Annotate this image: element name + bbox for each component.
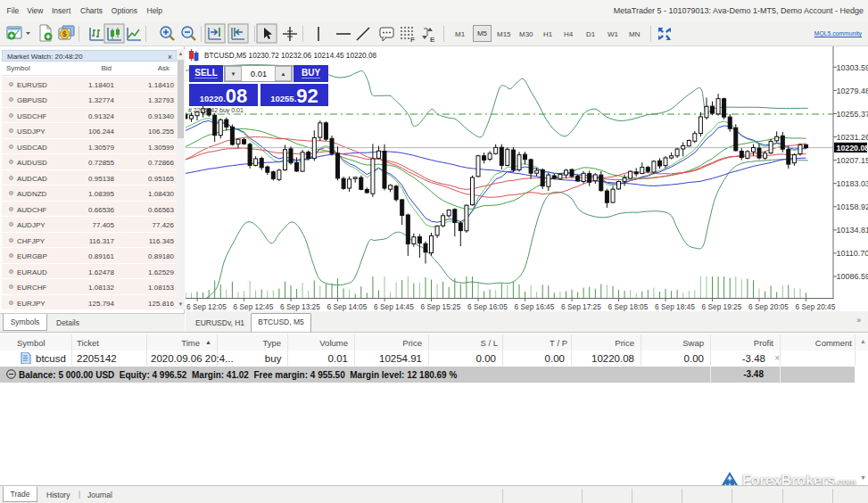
svg-text:6 Sep 14:05: 6 Sep 14:05 [327, 302, 368, 311]
svg-text:BTCUSD,M5 10230.72 10232.06 1: BTCUSD,M5 10230.72 10232.06 10214.45 102… [204, 52, 376, 60]
svg-text:6 Sep 19:25: 6 Sep 19:25 [702, 302, 742, 311]
svg-text:10183.03: 10183.03 [837, 179, 868, 188]
svg-text:6 Sep 12:45: 6 Sep 12:45 [234, 302, 274, 311]
svg-text:10231.26: 10231.26 [837, 133, 868, 142]
svg-text:$: $ [62, 29, 67, 38]
svg-text:10158.92: 10158.92 [837, 202, 868, 211]
svg-text:6 Sep 18:45: 6 Sep 18:45 [655, 302, 695, 311]
svg-text:6 Sep 16:05: 6 Sep 16:05 [467, 302, 508, 311]
svg-text:F: F [410, 36, 415, 44]
svg-text:6 Sep 13:25: 6 Sep 13:25 [280, 302, 320, 311]
svg-text:10220.08: 10220.08 [837, 144, 868, 153]
svg-text:10134.81: 10134.81 [837, 226, 868, 235]
svg-text:10110.70: 10110.70 [837, 249, 868, 258]
svg-text:6 Sep 12:05: 6 Sep 12:05 [186, 302, 227, 311]
svg-text:6 Sep 14:45: 6 Sep 14:45 [374, 302, 414, 311]
svg-text:6 Sep 18:05: 6 Sep 18:05 [608, 302, 649, 311]
svg-text:10207.15: 10207.15 [837, 156, 868, 165]
svg-text:6 Sep 16:45: 6 Sep 16:45 [515, 302, 555, 311]
svg-text:6 Sep 20:45: 6 Sep 20:45 [796, 302, 836, 311]
svg-text:6 Sep 15:25: 6 Sep 15:25 [421, 302, 461, 311]
svg-text:10279.48: 10279.48 [837, 87, 868, 95]
svg-text:10303.59: 10303.59 [837, 63, 868, 72]
svg-text:E: E [430, 36, 435, 44]
svg-text:10086.59: 10086.59 [837, 272, 868, 281]
svg-text:# 2205142 buy 0.01: # 2205142 buy 0.01 [188, 107, 244, 114]
svg-text:6 Sep 17:25: 6 Sep 17:25 [561, 302, 601, 311]
svg-text:10255.37: 10255.37 [837, 110, 868, 119]
svg-text:6 Sep 20:05: 6 Sep 20:05 [748, 302, 789, 311]
